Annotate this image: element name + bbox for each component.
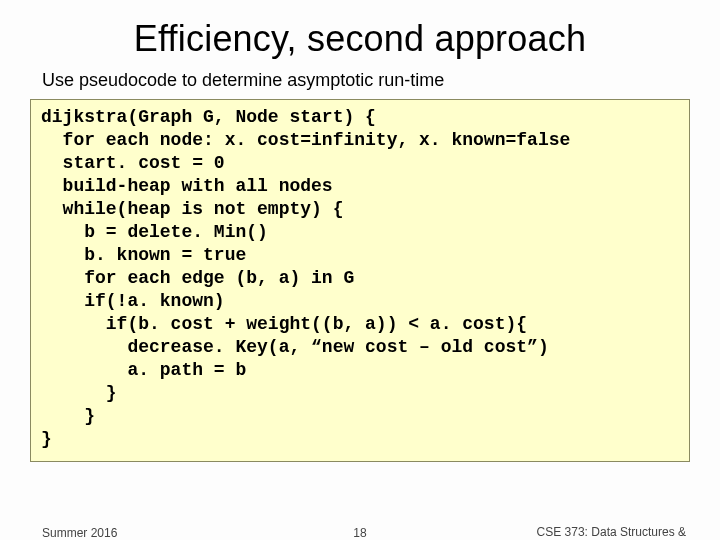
footer-right: CSE 373: Data Structures & Algorithms <box>537 526 686 540</box>
slide-number: 18 <box>353 526 366 540</box>
slide-title: Efficiency, second approach <box>0 18 720 60</box>
footer-left: Summer 2016 <box>42 526 117 540</box>
footer-right-line1: CSE 373: Data Structures & <box>537 525 686 539</box>
slide-subtitle: Use pseudocode to determine asymptotic r… <box>42 70 720 91</box>
pseudocode-block: dijkstra(Graph G, Node start) { for each… <box>30 99 690 462</box>
